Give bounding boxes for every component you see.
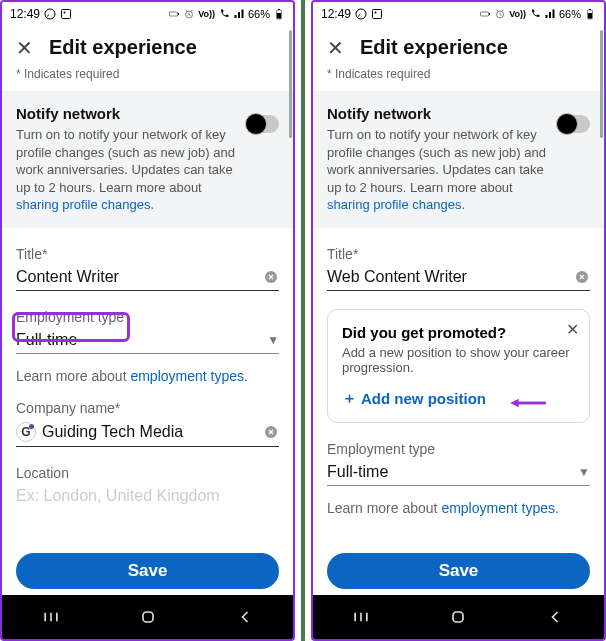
company-label: Company name* <box>16 400 279 416</box>
svg-rect-7 <box>278 9 280 10</box>
required-note: * Indicates required <box>2 67 293 91</box>
title-label: Title* <box>16 246 279 262</box>
notify-link[interactable]: sharing profile changes <box>327 197 461 212</box>
svg-rect-19 <box>589 9 591 10</box>
home-icon[interactable] <box>138 607 158 627</box>
close-icon[interactable]: ✕ <box>16 38 33 58</box>
svg-rect-13 <box>373 10 382 19</box>
home-icon[interactable] <box>448 607 468 627</box>
location-label: Location <box>16 465 279 481</box>
volte-icon: Vo)) <box>509 9 526 19</box>
notify-body-text: Turn on to notify your network of key pr… <box>16 127 235 195</box>
phone-screen-left: 12:49 Vo)) 66% ✕ Edit experience * Indic… <box>0 0 295 641</box>
add-position-label: Add new position <box>361 390 486 407</box>
promo-heading: Did you get promoted? <box>342 324 575 341</box>
phone-icon <box>529 8 541 20</box>
svg-point-2 <box>64 12 66 14</box>
notify-body: Turn on to notify your network of key pr… <box>327 126 546 214</box>
notify-period: . <box>461 197 465 212</box>
promotion-card: ✕ Did you get promoted? Add a new positi… <box>327 309 590 423</box>
svg-rect-1 <box>62 10 71 19</box>
image-icon <box>371 8 383 20</box>
svg-rect-20 <box>588 13 592 19</box>
page-title: Edit experience <box>49 36 197 59</box>
alarm-icon <box>183 8 195 20</box>
chevron-down-icon: ▼ <box>267 333 279 347</box>
svg-point-12 <box>356 9 366 19</box>
svg-point-0 <box>45 9 55 19</box>
svg-rect-15 <box>481 12 489 16</box>
recents-icon[interactable] <box>351 607 371 627</box>
status-time: 12:49 <box>321 7 351 21</box>
employment-select[interactable]: Full-time ▼ <box>327 463 590 486</box>
form-body: Title* Employment type Full-time ▼ Learn… <box>2 228 293 545</box>
clear-icon[interactable] <box>263 269 279 285</box>
status-time: 12:49 <box>10 7 40 21</box>
promo-body: Add a new position to show your career p… <box>342 345 575 375</box>
notify-section: Notify network Turn on to notify your ne… <box>2 91 293 228</box>
learn-prefix: Learn more about <box>16 368 130 384</box>
battery-low-icon <box>479 8 491 20</box>
android-navbar <box>313 595 604 639</box>
clear-icon[interactable] <box>263 424 279 440</box>
svg-rect-8 <box>277 13 281 19</box>
notify-toggle[interactable] <box>245 115 279 133</box>
image-icon <box>60 8 72 20</box>
save-button[interactable]: Save <box>16 553 279 589</box>
employment-select[interactable]: Full-time ▼ <box>16 331 279 354</box>
location-placeholder[interactable]: Ex: London, United Kingdom <box>16 487 279 509</box>
signal-icon <box>233 8 245 20</box>
app-header: ✕ Edit experience <box>313 26 604 67</box>
close-icon[interactable]: ✕ <box>327 38 344 58</box>
title-input[interactable] <box>16 268 257 286</box>
notify-link[interactable]: sharing profile changes <box>16 197 150 212</box>
scroll-indicator <box>289 30 292 138</box>
company-value[interactable]: Guiding Tech Media <box>42 423 257 441</box>
employment-label: Employment type <box>327 441 590 457</box>
plus-icon: ＋ <box>342 389 357 408</box>
close-icon[interactable]: ✕ <box>566 320 579 339</box>
employment-value: Full-time <box>16 331 261 349</box>
notify-body-text: Turn on to notify your network of key pr… <box>327 127 546 195</box>
status-bar: 12:49 Vo)) 66% <box>2 2 293 26</box>
title-label: Title* <box>327 246 590 262</box>
status-bar: 12:49 Vo)) 66% <box>313 2 604 26</box>
phone-screen-right: 12:49 Vo)) 66% ✕ Edit experience * Indic… <box>311 0 606 641</box>
scroll-indicator <box>600 30 603 138</box>
battery-pct: 66% <box>559 8 581 20</box>
save-button[interactable]: Save <box>327 553 590 589</box>
battery-icon <box>273 8 285 20</box>
clear-icon[interactable] <box>574 269 590 285</box>
alarm-icon <box>494 8 506 20</box>
signal-icon <box>544 8 556 20</box>
notify-heading: Notify network <box>327 105 546 122</box>
svg-point-14 <box>375 12 377 14</box>
employment-types-link[interactable]: employment types. <box>130 368 248 384</box>
battery-low-icon <box>168 8 180 20</box>
recents-icon[interactable] <box>41 607 61 627</box>
add-position-button[interactable]: ＋ Add new position <box>342 389 486 408</box>
whatsapp-icon <box>44 8 56 20</box>
annotation-arrow <box>503 398 553 408</box>
svg-rect-16 <box>489 13 490 15</box>
save-bar: Save <box>313 545 604 595</box>
svg-rect-3 <box>170 12 178 16</box>
phone-icon <box>218 8 230 20</box>
back-icon[interactable] <box>235 607 255 627</box>
employment-types-link[interactable]: employment types. <box>441 500 559 516</box>
employment-learn: Learn more about employment types. <box>16 368 279 384</box>
android-navbar <box>2 595 293 639</box>
notify-toggle[interactable] <box>556 115 590 133</box>
employment-value: Full-time <box>327 463 572 481</box>
battery-pct: 66% <box>248 8 270 20</box>
page-title: Edit experience <box>360 36 508 59</box>
back-icon[interactable] <box>545 607 565 627</box>
form-body: Title* ✕ Did you get promoted? Add a new… <box>313 228 604 545</box>
save-bar: Save <box>2 545 293 595</box>
learn-prefix: Learn more about <box>327 500 441 516</box>
volte-icon: Vo)) <box>198 9 215 19</box>
app-header: ✕ Edit experience <box>2 26 293 67</box>
svg-rect-24 <box>453 612 463 622</box>
title-input[interactable] <box>327 268 568 286</box>
svg-rect-11 <box>143 612 153 622</box>
